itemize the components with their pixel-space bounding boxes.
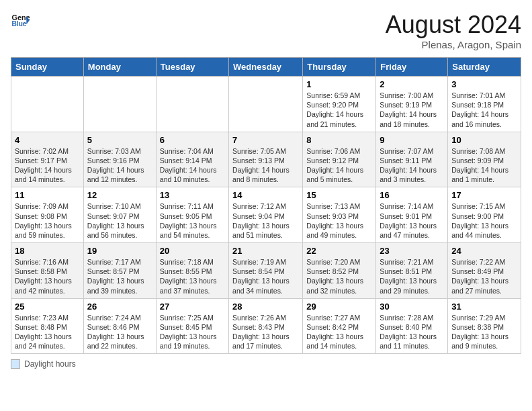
day-cell: 24Sunrise: 7:22 AM Sunset: 8:49 PM Dayli… <box>448 243 521 299</box>
day-number: 2 <box>380 79 444 89</box>
day-info: Sunrise: 7:25 AM Sunset: 8:45 PM Dayligh… <box>160 313 225 351</box>
day-cell: 31Sunrise: 7:29 AM Sunset: 8:38 PM Dayli… <box>448 298 521 354</box>
day-info: Sunrise: 7:06 AM Sunset: 9:12 PM Dayligh… <box>306 146 372 185</box>
day-info: Sunrise: 7:18 AM Sunset: 8:55 PM Dayligh… <box>160 257 225 295</box>
day-info: Sunrise: 7:24 AM Sunset: 8:46 PM Dayligh… <box>87 313 152 351</box>
day-cell: 10Sunrise: 7:08 AM Sunset: 9:09 PM Dayli… <box>448 132 521 187</box>
day-cell: 27Sunrise: 7:25 AM Sunset: 8:45 PM Dayli… <box>156 298 228 354</box>
day-cell: 28Sunrise: 7:26 AM Sunset: 8:43 PM Dayli… <box>229 298 303 354</box>
day-cell: 1Sunrise: 6:59 AM Sunset: 9:20 PM Daylig… <box>303 77 376 132</box>
day-cell <box>11 77 84 132</box>
day-info: Sunrise: 7:01 AM Sunset: 9:18 PM Dayligh… <box>451 91 517 129</box>
day-info: Sunrise: 7:19 AM Sunset: 8:54 PM Dayligh… <box>232 257 299 295</box>
day-cell: 12Sunrise: 7:10 AM Sunset: 9:07 PM Dayli… <box>83 187 156 243</box>
day-number: 22 <box>306 246 372 256</box>
title-block: August 2024 Plenas, Aragon, Spain <box>386 11 521 50</box>
day-number: 7 <box>232 135 299 145</box>
day-info: Sunrise: 7:15 AM Sunset: 9:00 PM Dayligh… <box>451 201 517 240</box>
day-cell: 15Sunrise: 7:13 AM Sunset: 9:03 PM Dayli… <box>303 187 376 243</box>
day-number: 15 <box>306 190 372 200</box>
day-number: 13 <box>160 190 225 200</box>
day-info: Sunrise: 7:20 AM Sunset: 8:52 PM Dayligh… <box>306 257 372 295</box>
day-cell: 11Sunrise: 7:09 AM Sunset: 9:08 PM Dayli… <box>11 187 84 243</box>
day-info: Sunrise: 7:16 AM Sunset: 8:58 PM Dayligh… <box>15 257 80 295</box>
day-cell: 7Sunrise: 7:05 AM Sunset: 9:13 PM Daylig… <box>229 132 303 187</box>
day-number: 23 <box>380 246 444 256</box>
week-row-4: 18Sunrise: 7:16 AM Sunset: 8:58 PM Dayli… <box>11 243 521 299</box>
day-info: Sunrise: 7:12 AM Sunset: 9:04 PM Dayligh… <box>232 201 299 240</box>
day-number: 4 <box>15 135 80 145</box>
day-cell: 22Sunrise: 7:20 AM Sunset: 8:52 PM Dayli… <box>303 243 376 299</box>
day-cell: 2Sunrise: 7:00 AM Sunset: 9:19 PM Daylig… <box>376 77 448 132</box>
footer: Daylight hours <box>11 359 521 369</box>
day-header-wednesday: Wednesday <box>229 58 303 77</box>
calendar-table: SundayMondayTuesdayWednesdayThursdayFrid… <box>11 57 521 354</box>
day-info: Sunrise: 7:23 AM Sunset: 8:48 PM Dayligh… <box>15 313 80 351</box>
day-number: 6 <box>160 135 225 145</box>
day-header-sunday: Sunday <box>11 58 84 77</box>
day-number: 29 <box>306 302 372 312</box>
svg-text:Blue: Blue <box>12 20 27 28</box>
day-number: 11 <box>15 190 80 200</box>
day-cell: 19Sunrise: 7:17 AM Sunset: 8:57 PM Dayli… <box>83 243 156 299</box>
day-info: Sunrise: 7:03 AM Sunset: 9:16 PM Dayligh… <box>87 146 152 185</box>
day-number: 21 <box>232 246 299 256</box>
day-number: 31 <box>451 302 517 312</box>
day-cell: 3Sunrise: 7:01 AM Sunset: 9:18 PM Daylig… <box>448 77 521 132</box>
day-number: 18 <box>15 246 80 256</box>
day-info: Sunrise: 7:04 AM Sunset: 9:14 PM Dayligh… <box>160 146 225 185</box>
location: Plenas, Aragon, Spain <box>386 39 521 50</box>
day-header-tuesday: Tuesday <box>156 58 228 77</box>
week-row-5: 25Sunrise: 7:23 AM Sunset: 8:48 PM Dayli… <box>11 298 521 354</box>
day-number: 9 <box>380 135 444 145</box>
day-info: Sunrise: 7:10 AM Sunset: 9:07 PM Dayligh… <box>87 201 152 240</box>
day-number: 27 <box>160 302 225 312</box>
day-number: 24 <box>451 246 517 256</box>
day-cell: 17Sunrise: 7:15 AM Sunset: 9:00 PM Dayli… <box>448 187 521 243</box>
day-info: Sunrise: 7:27 AM Sunset: 8:42 PM Dayligh… <box>306 313 372 351</box>
page-header: General Blue August 2024 Plenas, Aragon,… <box>11 11 521 50</box>
day-header-monday: Monday <box>83 58 156 77</box>
day-info: Sunrise: 7:11 AM Sunset: 9:05 PM Dayligh… <box>160 201 225 240</box>
day-number: 25 <box>15 302 80 312</box>
day-number: 17 <box>451 190 517 200</box>
week-row-2: 4Sunrise: 7:02 AM Sunset: 9:17 PM Daylig… <box>11 132 521 187</box>
day-cell: 29Sunrise: 7:27 AM Sunset: 8:42 PM Dayli… <box>303 298 376 354</box>
day-info: Sunrise: 7:13 AM Sunset: 9:03 PM Dayligh… <box>306 201 372 240</box>
day-info: Sunrise: 7:29 AM Sunset: 8:38 PM Dayligh… <box>451 313 517 351</box>
day-info: Sunrise: 7:02 AM Sunset: 9:17 PM Dayligh… <box>15 146 80 185</box>
day-cell <box>229 77 303 132</box>
day-number: 5 <box>87 135 152 145</box>
day-cell: 23Sunrise: 7:21 AM Sunset: 8:51 PM Dayli… <box>376 243 448 299</box>
day-cell: 8Sunrise: 7:06 AM Sunset: 9:12 PM Daylig… <box>303 132 376 187</box>
day-number: 16 <box>380 190 444 200</box>
day-number: 1 <box>306 79 372 89</box>
day-info: Sunrise: 7:07 AM Sunset: 9:11 PM Dayligh… <box>380 146 444 185</box>
day-cell: 6Sunrise: 7:04 AM Sunset: 9:14 PM Daylig… <box>156 132 228 187</box>
day-info: Sunrise: 7:17 AM Sunset: 8:57 PM Dayligh… <box>87 257 152 295</box>
day-number: 28 <box>232 302 299 312</box>
day-header-thursday: Thursday <box>303 58 376 77</box>
day-number: 14 <box>232 190 299 200</box>
logo: General Blue <box>11 11 30 30</box>
logo-icon: General Blue <box>11 11 30 30</box>
week-row-1: 1Sunrise: 6:59 AM Sunset: 9:20 PM Daylig… <box>11 77 521 132</box>
day-cell: 25Sunrise: 7:23 AM Sunset: 8:48 PM Dayli… <box>11 298 84 354</box>
day-info: Sunrise: 7:21 AM Sunset: 8:51 PM Dayligh… <box>380 257 444 295</box>
day-info: Sunrise: 7:00 AM Sunset: 9:19 PM Dayligh… <box>380 91 444 129</box>
day-cell: 26Sunrise: 7:24 AM Sunset: 8:46 PM Dayli… <box>83 298 156 354</box>
day-number: 20 <box>160 246 225 256</box>
day-info: Sunrise: 7:26 AM Sunset: 8:43 PM Dayligh… <box>232 313 299 351</box>
day-info: Sunrise: 7:28 AM Sunset: 8:40 PM Dayligh… <box>380 313 444 351</box>
day-cell: 21Sunrise: 7:19 AM Sunset: 8:54 PM Dayli… <box>229 243 303 299</box>
day-number: 19 <box>87 246 152 256</box>
legend-label: Daylight hours <box>24 359 76 369</box>
month-title: August 2024 <box>386 11 521 39</box>
day-cell <box>83 77 156 132</box>
day-cell: 30Sunrise: 7:28 AM Sunset: 8:40 PM Dayli… <box>376 298 448 354</box>
day-cell <box>156 77 228 132</box>
day-number: 12 <box>87 190 152 200</box>
day-info: Sunrise: 6:59 AM Sunset: 9:20 PM Dayligh… <box>306 91 372 129</box>
day-cell: 14Sunrise: 7:12 AM Sunset: 9:04 PM Dayli… <box>229 187 303 243</box>
day-cell: 20Sunrise: 7:18 AM Sunset: 8:55 PM Dayli… <box>156 243 228 299</box>
